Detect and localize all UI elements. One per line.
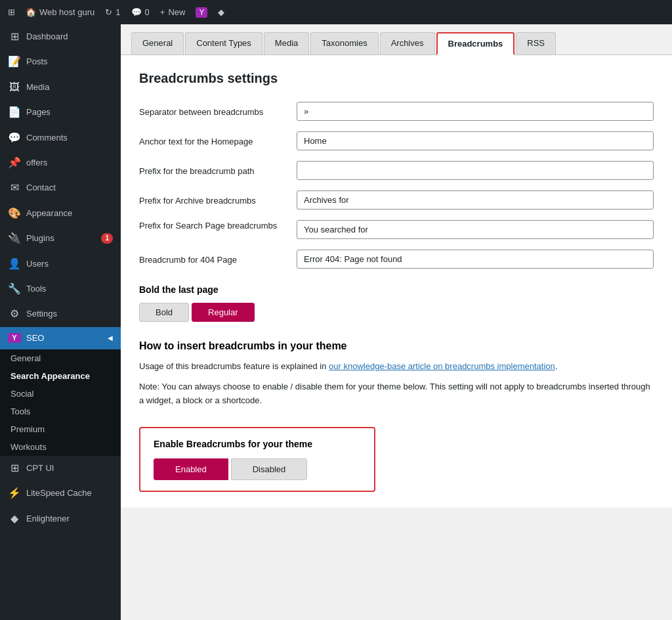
how-to-text1: Usage of this breadcrumbs feature is exp… xyxy=(139,360,654,374)
bold-title: Bold the last page xyxy=(139,284,654,295)
seo-submenu: General Search Appearance Social Tools P… xyxy=(0,349,121,456)
tab-breadcrumbs[interactable]: Breadcrumbs xyxy=(436,32,515,55)
litespeed-icon: ⚡ xyxy=(8,486,21,500)
submenu-workouts[interactable]: Workouts xyxy=(0,438,121,456)
prefix-archive-label: Prefix for Archive breadcrumbs xyxy=(139,190,284,207)
sidebar-item-comments[interactable]: 💬 Comments xyxy=(0,125,121,150)
sidebar-item-posts[interactable]: 📝 Posts xyxy=(0,49,121,74)
tab-media[interactable]: Media xyxy=(264,32,309,55)
page-title: Breadcrumbs settings xyxy=(139,71,654,86)
prefix-search-label: Prefix for Search Page breadcrumbs xyxy=(139,220,284,232)
sidebar-item-cpt-ui[interactable]: ⊞ CPT UI xyxy=(0,456,121,481)
sidebar-item-settings[interactable]: ⚙ Settings xyxy=(0,301,121,326)
field-breadcrumb-404: Breadcrumb for 404 Page xyxy=(139,250,654,269)
wp-logo[interactable]: ⊞ xyxy=(8,7,15,17)
sidebar-item-media[interactable]: 🖼 Media xyxy=(0,75,121,100)
tools-icon: 🔧 xyxy=(8,282,21,296)
sidebar-item-tools[interactable]: 🔧 Tools xyxy=(0,277,121,301)
plugins-icon: 🔌 xyxy=(8,231,21,246)
tab-content-types[interactable]: Content Types xyxy=(185,32,262,55)
diamond-icon[interactable]: ◆ xyxy=(218,7,224,17)
how-to-title: How to insert breadcrumbs in your theme xyxy=(139,340,654,352)
field-separator: Separator between breadcrumbs xyxy=(139,102,654,121)
enabled-button[interactable]: Enabled xyxy=(154,458,228,480)
new-item[interactable]: + New xyxy=(160,7,186,17)
sidebar-item-enlightener[interactable]: ◆ Enlightener xyxy=(0,506,121,531)
admin-bar: ⊞ 🏠 Web host guru ↻ 1 💬 0 + New Y ◆ xyxy=(0,0,672,24)
submenu-social[interactable]: Social xyxy=(0,385,121,403)
sidebar-item-appearance[interactable]: 🎨 Appearance xyxy=(0,201,121,226)
sidebar-item-seo[interactable]: Y SEO ◀ xyxy=(0,327,121,349)
field-prefix-search: Prefix for Search Page breadcrumbs xyxy=(139,220,654,239)
updates[interactable]: ↻ 1 xyxy=(105,7,120,17)
main-content: Breadcrumbs settings Separator between b… xyxy=(121,55,672,508)
wp-icon: ⊞ xyxy=(8,7,15,17)
field-prefix-path: Prefix for the breadcrumb path xyxy=(139,161,654,180)
field-homepage: Anchor text for the Homepage xyxy=(139,131,654,150)
submenu-general[interactable]: General xyxy=(0,349,121,367)
enlightener-icon: ◆ xyxy=(8,512,21,526)
sidebar-item-litespeed[interactable]: ⚡ LiteSpeed Cache xyxy=(0,481,121,506)
bold-button[interactable]: Bold xyxy=(139,303,189,322)
yoast-icon[interactable]: Y xyxy=(196,7,207,18)
how-to-section: How to insert breadcrumbs in your theme … xyxy=(139,340,654,492)
how-to-text2: Note: You can always choose to enable / … xyxy=(139,380,654,408)
sidebar-item-offers[interactable]: 📌 offers xyxy=(0,150,121,175)
comments-icon: 💬 xyxy=(8,131,21,145)
tab-taxonomies[interactable]: Taxonomies xyxy=(310,32,378,55)
contact-icon: ✉ xyxy=(8,181,21,195)
field-prefix-archive: Prefix for Archive breadcrumbs xyxy=(139,190,654,210)
knowledge-base-link[interactable]: our knowledge-base article on breadcrumb… xyxy=(329,361,555,371)
sidebar: ⊞ Dashboard 📝 Posts 🖼 Media 📄 Pages 💬 Co… xyxy=(0,24,121,620)
media-icon: 🖼 xyxy=(8,80,21,95)
sidebar-item-contact[interactable]: ✉ Contact xyxy=(0,175,121,200)
site-name-label: Web host guru xyxy=(39,7,94,17)
comments-icon: 💬 xyxy=(131,7,142,17)
sidebar-item-plugins[interactable]: 🔌 Plugins 1 xyxy=(0,226,121,251)
enable-box: Enable Breadcrumbs for your theme Enable… xyxy=(139,427,375,492)
submenu-premium[interactable]: Premium xyxy=(0,420,121,438)
enable-toggle-group: Enabled Disabled xyxy=(154,458,361,480)
tab-general[interactable]: General xyxy=(131,32,184,55)
regular-button[interactable]: Regular xyxy=(192,303,255,322)
tabs-bar: General Content Types Media Taxonomies A… xyxy=(121,24,672,55)
cpt-icon: ⊞ xyxy=(8,461,21,476)
breadcrumb-404-input[interactable] xyxy=(297,250,654,269)
submenu-tools[interactable]: Tools xyxy=(0,403,121,420)
enable-box-title: Enable Breadcrumbs for your theme xyxy=(154,439,361,449)
homepage-label: Anchor text for the Homepage xyxy=(139,131,284,148)
sidebar-item-pages[interactable]: 📄 Pages xyxy=(0,100,121,125)
seo-icon: Y xyxy=(8,333,21,343)
pages-icon: 📄 xyxy=(8,105,21,120)
bold-section: Bold the last page Bold Regular xyxy=(139,284,654,322)
dashboard-icon: ⊞ xyxy=(8,30,21,44)
disabled-button[interactable]: Disabled xyxy=(231,458,308,480)
offers-icon: 📌 xyxy=(8,156,21,170)
separator-label: Separator between breadcrumbs xyxy=(139,102,284,118)
posts-icon: 📝 xyxy=(8,55,21,69)
sidebar-label: Dashboard xyxy=(26,31,113,43)
sidebar-item-users[interactable]: 👤 Users xyxy=(0,252,121,277)
homepage-input[interactable] xyxy=(297,131,654,150)
plus-icon: + xyxy=(160,7,165,17)
breadcrumb-404-label: Breadcrumb for 404 Page xyxy=(139,250,284,266)
tab-rss[interactable]: RSS xyxy=(516,32,556,55)
tab-archives[interactable]: Archives xyxy=(380,32,435,55)
comments[interactable]: 💬 0 xyxy=(131,7,150,17)
prefix-search-input[interactable] xyxy=(297,220,654,239)
site-name[interactable]: 🏠 Web host guru xyxy=(26,7,94,17)
content-area: General Content Types Media Taxonomies A… xyxy=(121,24,672,620)
prefix-archive-input[interactable] xyxy=(297,190,654,210)
separator-input[interactable] xyxy=(297,102,654,121)
submenu-search-appearance[interactable]: Search Appearance xyxy=(0,367,121,385)
prefix-path-input[interactable] xyxy=(297,161,654,180)
bold-toggle-group: Bold Regular xyxy=(139,303,654,322)
prefix-path-label: Prefix for the breadcrumb path xyxy=(139,161,284,177)
settings-icon: ⚙ xyxy=(8,307,21,321)
updates-icon: ↻ xyxy=(105,7,112,17)
seo-arrow: ◀ xyxy=(108,334,113,343)
plugins-badge: 1 xyxy=(101,233,113,244)
appearance-icon: 🎨 xyxy=(8,206,21,221)
sidebar-item-dashboard[interactable]: ⊞ Dashboard xyxy=(0,24,121,49)
users-icon: 👤 xyxy=(8,257,21,271)
